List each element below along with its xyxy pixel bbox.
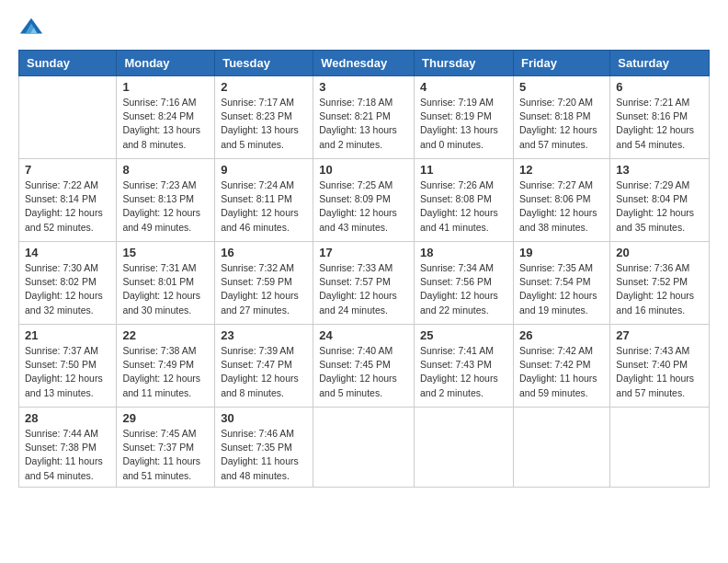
- calendar-cell: 17Sunrise: 7:33 AMSunset: 7:57 PMDayligh…: [313, 242, 415, 325]
- day-info: Sunrise: 7:36 AMSunset: 7:52 PMDaylight:…: [616, 261, 703, 317]
- day-info: Sunrise: 7:46 AMSunset: 7:35 PMDaylight:…: [221, 427, 307, 483]
- day-number: 26: [519, 328, 604, 342]
- calendar-cell: 9Sunrise: 7:24 AMSunset: 8:11 PMDaylight…: [215, 159, 313, 242]
- calendar-cell: [19, 76, 117, 159]
- calendar-cell: 26Sunrise: 7:42 AMSunset: 7:42 PMDayligh…: [513, 325, 609, 408]
- day-info: Sunrise: 7:20 AMSunset: 8:18 PMDaylight:…: [519, 96, 604, 152]
- logo: [18, 15, 48, 40]
- day-number: 2: [221, 80, 307, 94]
- day-info: Sunrise: 7:32 AMSunset: 7:59 PMDaylight:…: [221, 261, 307, 317]
- day-info: Sunrise: 7:25 AMSunset: 8:09 PMDaylight:…: [319, 178, 408, 235]
- calendar-cell: 30Sunrise: 7:46 AMSunset: 7:35 PMDayligh…: [215, 408, 313, 488]
- page: SundayMondayTuesdayWednesdayThursdayFrid…: [0, 0, 728, 563]
- calendar-table: SundayMondayTuesdayWednesdayThursdayFrid…: [18, 50, 710, 488]
- day-number: 8: [122, 163, 209, 177]
- day-number: 18: [420, 246, 507, 259]
- week-row-5: 28Sunrise: 7:44 AMSunset: 7:38 PMDayligh…: [19, 408, 710, 488]
- day-info: Sunrise: 7:22 AMSunset: 8:14 PMDaylight:…: [25, 178, 110, 235]
- days-of-week-row: SundayMondayTuesdayWednesdayThursdayFrid…: [19, 51, 710, 76]
- day-info: Sunrise: 7:37 AMSunset: 7:50 PMDaylight:…: [25, 344, 110, 400]
- day-info: Sunrise: 7:30 AMSunset: 8:02 PMDaylight:…: [25, 261, 110, 317]
- day-info: Sunrise: 7:42 AMSunset: 7:42 PMDaylight:…: [519, 344, 604, 400]
- day-of-week-monday: Monday: [117, 51, 215, 76]
- calendar-cell: 6Sunrise: 7:21 AMSunset: 8:16 PMDaylight…: [610, 76, 710, 159]
- day-number: 28: [25, 411, 110, 425]
- week-row-2: 7Sunrise: 7:22 AMSunset: 8:14 PMDaylight…: [19, 159, 710, 242]
- header: [18, 15, 710, 40]
- day-number: 4: [420, 80, 507, 94]
- day-info: Sunrise: 7:24 AMSunset: 8:11 PMDaylight:…: [221, 178, 307, 235]
- week-row-3: 14Sunrise: 7:30 AMSunset: 8:02 PMDayligh…: [19, 242, 710, 325]
- day-info: Sunrise: 7:43 AMSunset: 7:40 PMDaylight:…: [616, 344, 703, 400]
- day-info: Sunrise: 7:19 AMSunset: 8:19 PMDaylight:…: [420, 96, 507, 152]
- day-of-week-tuesday: Tuesday: [215, 51, 313, 76]
- calendar-cell: [610, 408, 710, 488]
- calendar-cell: 14Sunrise: 7:30 AMSunset: 8:02 PMDayligh…: [19, 242, 117, 325]
- day-of-week-saturday: Saturday: [610, 51, 710, 76]
- day-of-week-thursday: Thursday: [415, 51, 514, 76]
- calendar-cell: 16Sunrise: 7:32 AMSunset: 7:59 PMDayligh…: [215, 242, 313, 325]
- day-number: 1: [122, 80, 209, 94]
- day-info: Sunrise: 7:34 AMSunset: 7:56 PMDaylight:…: [420, 261, 507, 317]
- day-number: 22: [122, 328, 209, 342]
- calendar-cell: 25Sunrise: 7:41 AMSunset: 7:43 PMDayligh…: [415, 325, 514, 408]
- calendar-cell: 15Sunrise: 7:31 AMSunset: 8:01 PMDayligh…: [117, 242, 215, 325]
- day-number: 6: [616, 80, 703, 94]
- day-info: Sunrise: 7:17 AMSunset: 8:23 PMDaylight:…: [221, 96, 307, 152]
- calendar-cell: [313, 408, 415, 488]
- day-number: 13: [616, 163, 703, 177]
- day-number: 24: [319, 328, 408, 342]
- logo-icon: [18, 15, 44, 40]
- day-number: 27: [616, 328, 703, 342]
- day-number: 23: [221, 328, 307, 342]
- week-row-1: 1Sunrise: 7:16 AMSunset: 8:24 PMDaylight…: [19, 76, 710, 159]
- day-info: Sunrise: 7:29 AMSunset: 8:04 PMDaylight:…: [616, 178, 703, 235]
- day-number: 10: [319, 163, 408, 177]
- calendar-cell: 24Sunrise: 7:40 AMSunset: 7:45 PMDayligh…: [313, 325, 415, 408]
- calendar-cell: 11Sunrise: 7:26 AMSunset: 8:08 PMDayligh…: [415, 159, 514, 242]
- calendar-cell: 27Sunrise: 7:43 AMSunset: 7:40 PMDayligh…: [610, 325, 710, 408]
- calendar-cell: 29Sunrise: 7:45 AMSunset: 7:37 PMDayligh…: [117, 408, 215, 488]
- calendar-cell: 13Sunrise: 7:29 AMSunset: 8:04 PMDayligh…: [610, 159, 710, 242]
- calendar-cell: 4Sunrise: 7:19 AMSunset: 8:19 PMDaylight…: [415, 76, 514, 159]
- calendar-cell: 10Sunrise: 7:25 AMSunset: 8:09 PMDayligh…: [313, 159, 415, 242]
- day-info: Sunrise: 7:31 AMSunset: 8:01 PMDaylight:…: [122, 261, 209, 317]
- day-info: Sunrise: 7:33 AMSunset: 7:57 PMDaylight:…: [319, 261, 408, 317]
- day-number: 30: [221, 411, 307, 425]
- day-info: Sunrise: 7:38 AMSunset: 7:49 PMDaylight:…: [122, 344, 209, 400]
- day-number: 16: [221, 246, 307, 259]
- calendar-cell: [513, 408, 609, 488]
- calendar-cell: 23Sunrise: 7:39 AMSunset: 7:47 PMDayligh…: [215, 325, 313, 408]
- day-info: Sunrise: 7:44 AMSunset: 7:38 PMDaylight:…: [25, 427, 110, 483]
- day-info: Sunrise: 7:35 AMSunset: 7:54 PMDaylight:…: [519, 261, 604, 317]
- day-info: Sunrise: 7:23 AMSunset: 8:13 PMDaylight:…: [122, 178, 209, 235]
- day-of-week-wednesday: Wednesday: [313, 51, 415, 76]
- day-number: 5: [519, 80, 604, 94]
- calendar-cell: 28Sunrise: 7:44 AMSunset: 7:38 PMDayligh…: [19, 408, 117, 488]
- day-number: 11: [420, 163, 507, 177]
- day-info: Sunrise: 7:26 AMSunset: 8:08 PMDaylight:…: [420, 178, 507, 235]
- calendar-cell: 2Sunrise: 7:17 AMSunset: 8:23 PMDaylight…: [215, 76, 313, 159]
- day-info: Sunrise: 7:41 AMSunset: 7:43 PMDaylight:…: [420, 344, 507, 400]
- day-info: Sunrise: 7:27 AMSunset: 8:06 PMDaylight:…: [519, 178, 604, 235]
- day-info: Sunrise: 7:45 AMSunset: 7:37 PMDaylight:…: [122, 427, 209, 483]
- calendar-cell: 3Sunrise: 7:18 AMSunset: 8:21 PMDaylight…: [313, 76, 415, 159]
- calendar-cell: 20Sunrise: 7:36 AMSunset: 7:52 PMDayligh…: [610, 242, 710, 325]
- calendar-cell: 18Sunrise: 7:34 AMSunset: 7:56 PMDayligh…: [415, 242, 514, 325]
- day-of-week-friday: Friday: [513, 51, 609, 76]
- calendar-cell: 5Sunrise: 7:20 AMSunset: 8:18 PMDaylight…: [513, 76, 609, 159]
- calendar-cell: 8Sunrise: 7:23 AMSunset: 8:13 PMDaylight…: [117, 159, 215, 242]
- calendar-cell: 7Sunrise: 7:22 AMSunset: 8:14 PMDaylight…: [19, 159, 117, 242]
- calendar-header: SundayMondayTuesdayWednesdayThursdayFrid…: [19, 51, 710, 76]
- day-number: 17: [319, 246, 408, 259]
- day-of-week-sunday: Sunday: [19, 51, 117, 76]
- calendar-cell: 12Sunrise: 7:27 AMSunset: 8:06 PMDayligh…: [513, 159, 609, 242]
- day-number: 14: [25, 246, 110, 259]
- day-number: 12: [519, 163, 604, 177]
- calendar-cell: 21Sunrise: 7:37 AMSunset: 7:50 PMDayligh…: [19, 325, 117, 408]
- day-number: 19: [519, 246, 604, 259]
- day-number: 20: [616, 246, 703, 259]
- day-number: 29: [122, 411, 209, 425]
- day-number: 7: [25, 163, 110, 177]
- day-number: 15: [122, 246, 209, 259]
